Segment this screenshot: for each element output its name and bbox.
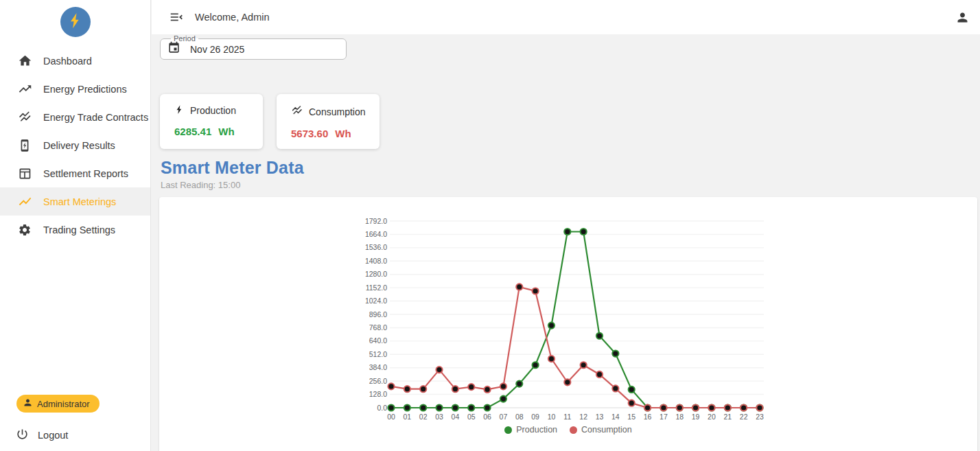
consumption-unit: Wh: [335, 128, 351, 139]
svg-text:256.0: 256.0: [369, 377, 387, 385]
sidebar-item-energy-trade-contracts[interactable]: Energy Trade Contracts: [0, 103, 150, 131]
svg-text:20: 20: [708, 413, 716, 421]
last-reading-text: Last Reading: 15:00: [161, 180, 240, 190]
home-icon: [18, 54, 33, 69]
svg-text:14: 14: [611, 413, 620, 421]
svg-text:18: 18: [675, 413, 684, 421]
sidebar-item-energy-predictions[interactable]: Energy Predictions: [0, 75, 150, 103]
svg-text:1280.0: 1280.0: [365, 270, 387, 278]
svg-text:0.0: 0.0: [377, 404, 387, 412]
table-icon: [18, 166, 33, 181]
consumption-value: 5673.60: [291, 128, 328, 139]
double-wave-icon: [18, 110, 33, 125]
chart-legend: ProductionConsumption: [504, 425, 631, 435]
svg-text:1408.0: 1408.0: [365, 257, 387, 265]
svg-text:19: 19: [692, 413, 700, 421]
sidebar-item-delivery-results[interactable]: Delivery Results: [0, 131, 150, 159]
production-card-title: Production: [190, 105, 236, 116]
svg-text:768.0: 768.0: [369, 323, 387, 332]
app-logo: [60, 7, 91, 37]
legend-item-consumption[interactable]: Consumption: [570, 425, 632, 435]
welcome-message: Welcome, Admin: [195, 12, 270, 23]
svg-text:01: 01: [404, 413, 412, 421]
svg-text:128.0: 128.0: [369, 390, 387, 398]
smart-meter-chart-card: 0.0128.0256.0384.0512.0640.0768.0896.010…: [159, 197, 977, 451]
sidebar: DashboardEnergy PredictionsEnergy Trade …: [0, 0, 151, 451]
sidebar-item-settlement-reports[interactable]: Settlement Reports: [0, 159, 150, 187]
svg-text:13: 13: [596, 413, 604, 421]
page-title: Smart Meter Data: [161, 158, 304, 178]
user-avatar-icon[interactable]: [955, 10, 970, 25]
svg-text:09: 09: [531, 413, 539, 421]
svg-text:11: 11: [563, 413, 571, 421]
smart-meter-chart: 0.0128.0256.0384.0512.0640.0768.0896.010…: [362, 209, 774, 424]
svg-text:1792.0: 1792.0: [365, 217, 387, 225]
svg-text:1536.0: 1536.0: [365, 243, 387, 251]
administrator-label: Administrator: [37, 399, 90, 409]
svg-text:05: 05: [467, 413, 476, 421]
svg-text:00: 00: [387, 413, 395, 421]
svg-text:02: 02: [419, 413, 428, 421]
svg-text:03: 03: [435, 413, 443, 421]
svg-text:04: 04: [452, 413, 460, 421]
collapse-menu-icon[interactable]: [169, 10, 184, 25]
legend-dot-icon: [570, 426, 577, 434]
consumption-card-title: Consumption: [309, 106, 366, 117]
logout-button[interactable]: Logout: [16, 428, 68, 443]
svg-text:06: 06: [483, 413, 491, 421]
production-unit: Wh: [218, 126, 234, 137]
svg-text:08: 08: [515, 413, 524, 421]
production-card: Production 6285.41 Wh: [160, 94, 263, 149]
logout-label: Logout: [38, 430, 68, 441]
svg-text:1664.0: 1664.0: [365, 230, 387, 238]
bolt-icon: [174, 104, 185, 117]
svg-text:21: 21: [723, 413, 732, 421]
period-date-picker[interactable]: Period Nov 26 2025: [160, 34, 347, 60]
chart-line-icon: [18, 194, 33, 209]
gear-icon: [18, 222, 33, 238]
svg-text:1024.0: 1024.0: [365, 297, 387, 305]
trending-icon: [18, 82, 33, 97]
sidebar-item-trading-settings[interactable]: Trading Settings: [0, 216, 150, 244]
legend-dot-icon: [504, 426, 512, 434]
sidebar-item-dashboard[interactable]: Dashboard: [0, 47, 150, 75]
svg-text:1152.0: 1152.0: [366, 284, 387, 292]
legend-item-production[interactable]: Production: [504, 425, 557, 435]
svg-text:17: 17: [660, 413, 668, 421]
svg-text:896.0: 896.0: [369, 310, 387, 319]
svg-text:512.0: 512.0: [369, 350, 387, 358]
svg-text:640.0: 640.0: [369, 336, 387, 345]
sidebar-item-smart-meterings[interactable]: Smart Meterings: [0, 187, 150, 216]
svg-text:16: 16: [644, 413, 652, 421]
svg-text:384.0: 384.0: [369, 363, 387, 371]
production-value: 6285.41: [174, 126, 211, 137]
calendar-icon: [167, 41, 180, 57]
main-content: Period Nov 26 2025 Production 6285.41 Wh: [152, 34, 980, 451]
device-bolt-icon: [18, 138, 33, 153]
consumption-card: Consumption 5673.60 Wh: [277, 94, 380, 149]
bolt-logo-icon: [67, 12, 84, 32]
double-wave-icon: [291, 104, 303, 119]
administrator-badge[interactable]: Administrator: [16, 395, 100, 413]
svg-text:10: 10: [548, 413, 556, 421]
power-icon: [16, 428, 29, 443]
svg-text:12: 12: [579, 413, 587, 421]
svg-text:22: 22: [740, 413, 748, 421]
summary-cards: Production 6285.41 Wh Consumption 5673.6…: [160, 94, 380, 149]
period-value: Nov 26 2025: [190, 44, 244, 55]
svg-text:07: 07: [500, 413, 508, 421]
person-icon: [23, 397, 33, 410]
svg-text:15: 15: [627, 413, 635, 421]
sidebar-nav: DashboardEnergy PredictionsEnergy Trade …: [0, 47, 150, 244]
svg-text:23: 23: [756, 413, 764, 421]
top-bar: Welcome, Admin: [152, 0, 980, 34]
